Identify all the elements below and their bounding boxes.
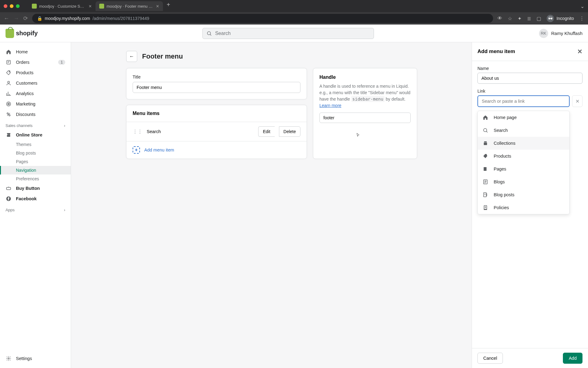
handle-input[interactable] bbox=[319, 113, 411, 123]
sidebar-subitem-navigation[interactable]: Navigation bbox=[0, 166, 71, 174]
menu-title-input[interactable] bbox=[133, 82, 300, 93]
eye-off-icon[interactable]: 👁 bbox=[497, 16, 502, 21]
menu-icon[interactable]: ⋮ bbox=[579, 16, 584, 21]
add-menu-item-button[interactable]: Add menu item bbox=[126, 141, 307, 159]
tabs-dropdown-icon[interactable]: ⌄ bbox=[580, 3, 584, 9]
close-icon[interactable]: ✕ bbox=[577, 48, 582, 55]
link-option-collections[interactable]: Collections bbox=[478, 137, 569, 150]
link-option-pages[interactable]: Pages bbox=[478, 163, 569, 175]
svg-point-4 bbox=[8, 81, 9, 83]
link-option-label: Home page bbox=[494, 115, 517, 120]
sidebar-subitem-preferences[interactable]: Preferences bbox=[0, 174, 71, 183]
sidebar-item-label: Online Store bbox=[16, 132, 42, 137]
delete-button[interactable]: Delete bbox=[279, 126, 300, 137]
sidebar-item-customers[interactable]: Customers bbox=[0, 78, 71, 88]
policies-icon bbox=[483, 205, 489, 210]
star-icon[interactable]: ☆ bbox=[508, 16, 512, 21]
sidebar-item-label: Facebook bbox=[16, 196, 37, 201]
page-icon bbox=[483, 166, 489, 172]
browser-tab-strip: moodjoy · Customize Sense · S ✕ moodjoy … bbox=[0, 0, 588, 12]
cancel-button[interactable]: Cancel bbox=[477, 353, 503, 364]
sidebar-item-orders[interactable]: Orders 1 bbox=[0, 57, 71, 67]
link-option-label: Blog posts bbox=[494, 192, 514, 197]
home-icon bbox=[6, 49, 12, 55]
svg-point-9 bbox=[9, 115, 10, 116]
sidebar-subitem-themes[interactable]: Themes bbox=[0, 140, 71, 149]
sidebar-item-settings[interactable]: Settings bbox=[0, 353, 71, 364]
sidebar-item-analytics[interactable]: Analytics bbox=[0, 88, 71, 99]
chevron-right-icon: › bbox=[64, 123, 65, 128]
svg-line-15 bbox=[486, 131, 487, 132]
favicon-icon bbox=[99, 4, 104, 9]
link-option-label: Policies bbox=[494, 205, 509, 210]
close-window-icon[interactable] bbox=[4, 4, 7, 8]
sidebar-section-apps[interactable]: Apps › bbox=[0, 204, 71, 214]
sidebar-item-home[interactable]: Home bbox=[0, 47, 71, 57]
tab-title: moodjoy · Footer menu · Shopi bbox=[107, 4, 153, 9]
clear-link-button[interactable]: ✕ bbox=[572, 95, 582, 107]
sidebar-item-facebook[interactable]: Facebook bbox=[0, 194, 71, 204]
logo-text: shopify bbox=[16, 30, 38, 37]
svg-point-13 bbox=[8, 358, 9, 359]
app-topbar: shopify Search RK Ramy Khuffash bbox=[0, 25, 588, 42]
minimize-window-icon[interactable] bbox=[10, 4, 13, 8]
link-option-home-page[interactable]: Home page bbox=[478, 111, 569, 124]
reload-icon[interactable]: ⟳ bbox=[23, 15, 28, 22]
extensions-icon[interactable]: ✦ bbox=[518, 16, 522, 21]
learn-more-link[interactable]: Learn more bbox=[319, 103, 341, 108]
sidebar-section-sales-channels[interactable]: Sales channels › bbox=[0, 120, 71, 130]
link-option-blog-posts[interactable]: Blog posts bbox=[478, 188, 569, 201]
search-input[interactable]: Search bbox=[202, 28, 374, 39]
sidebar-item-label: Settings bbox=[16, 356, 32, 361]
maximize-window-icon[interactable] bbox=[16, 4, 20, 8]
link-option-label: Collections bbox=[494, 141, 515, 146]
link-option-search[interactable]: Search bbox=[478, 124, 569, 137]
blog-posts-icon bbox=[483, 192, 489, 197]
browser-tab-1[interactable]: moodjoy · Customize Sense · S ✕ bbox=[28, 1, 96, 11]
sidebar-subitem-pages[interactable]: Pages bbox=[0, 157, 71, 166]
search-icon bbox=[206, 31, 212, 36]
sidebar-item-products[interactable]: Products bbox=[0, 67, 71, 78]
user-menu[interactable]: RK Ramy Khuffash bbox=[539, 29, 582, 38]
back-icon[interactable]: ← bbox=[4, 15, 9, 22]
sidebar-subitem-blog-posts[interactable]: Blog posts bbox=[0, 149, 71, 157]
sidebar-item-label: Orders bbox=[16, 60, 29, 65]
browser-tab-2[interactable]: moodjoy · Footer menu · Shopi ✕ bbox=[96, 1, 163, 11]
marketing-icon bbox=[6, 101, 12, 107]
url-input[interactable]: 🔒 moodjoy.myshopify.com/admin/menus/2078… bbox=[32, 14, 493, 23]
add-menu-item-panel: Add menu item ✕ Name Link ✕ Home page Se… bbox=[472, 42, 588, 368]
forward-icon: → bbox=[13, 15, 19, 22]
sidebar-item-online-store[interactable]: Online Store bbox=[0, 130, 71, 140]
drag-handle-icon[interactable]: ⋮⋮ bbox=[133, 129, 142, 135]
facebook-icon bbox=[6, 196, 12, 202]
link-option-products[interactable]: Products bbox=[478, 150, 569, 163]
reading-list-icon[interactable]: ≣ bbox=[527, 16, 531, 21]
add-button[interactable]: Add bbox=[563, 353, 582, 364]
menu-item-label: Search bbox=[147, 129, 254, 134]
chevron-right-icon: › bbox=[64, 208, 65, 212]
site-info-icon[interactable]: 🔒 bbox=[37, 16, 42, 21]
back-button[interactable]: ← bbox=[126, 51, 137, 62]
edit-button[interactable]: Edit bbox=[258, 126, 274, 137]
link-option-policies[interactable]: Policies bbox=[478, 201, 569, 214]
link-option-blogs[interactable]: Blogs bbox=[478, 175, 569, 188]
collections-icon bbox=[483, 140, 489, 146]
sidebar: Home Orders 1 Products Customers Analyti… bbox=[0, 42, 71, 368]
sidebar-item-marketing[interactable]: Marketing bbox=[0, 99, 71, 109]
new-tab-button[interactable]: + bbox=[163, 1, 174, 11]
link-option-label: Blogs bbox=[494, 179, 505, 184]
sidebar-item-discounts[interactable]: Discounts bbox=[0, 109, 71, 120]
sidebar-item-buy-button[interactable]: Buy Button bbox=[0, 183, 71, 194]
tab-close-icon[interactable]: ✕ bbox=[156, 4, 159, 9]
link-dropdown: Home page Search Collections Products Pa… bbox=[477, 111, 570, 214]
svg-point-14 bbox=[484, 128, 487, 132]
link-option-label: Pages bbox=[494, 167, 506, 171]
clear-icon: ✕ bbox=[575, 98, 579, 104]
name-input[interactable] bbox=[477, 73, 582, 84]
link-input[interactable] bbox=[477, 95, 570, 107]
shopify-logo[interactable]: shopify bbox=[6, 29, 38, 38]
panel-icon[interactable]: ▢ bbox=[537, 16, 541, 21]
sidebar-item-label: Customers bbox=[16, 81, 37, 86]
url-host: moodjoy.myshopify.com bbox=[45, 16, 90, 21]
tab-close-icon[interactable]: ✕ bbox=[89, 4, 92, 9]
